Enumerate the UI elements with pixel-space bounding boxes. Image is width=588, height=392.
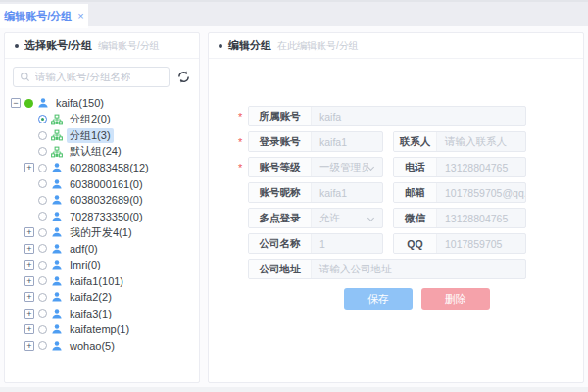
refresh-icon[interactable]	[176, 70, 191, 84]
tree-radio-button[interactable]	[38, 196, 47, 205]
select-field[interactable]: 账号等级一级管理员	[248, 157, 383, 177]
field-value[interactable]: kaifa	[312, 111, 525, 122]
required-asterisk: *	[238, 136, 248, 148]
input-field[interactable]: 微信13128804765	[393, 208, 526, 228]
tree-item[interactable]: +wohao(5)	[11, 338, 195, 355]
account-tree-panel: 选择账号/分组 编辑账号/分组 请输入账号/分组名称 −kaifa(150)分组…	[4, 32, 200, 383]
tree-item-label[interactable]: 分组1(3)	[67, 128, 114, 143]
expander-plus-icon[interactable]: +	[24, 227, 34, 237]
field-placeholder[interactable]: 请输入公司地址	[312, 263, 525, 276]
field-value[interactable]: 一级管理员	[312, 161, 368, 174]
tree-item-label[interactable]: Imri(0)	[67, 259, 104, 270]
tree-item-label[interactable]: 6028083458(12)	[67, 162, 152, 173]
expander-plus-icon[interactable]: +	[24, 260, 34, 270]
search-input[interactable]: 请输入账号/分组名称	[13, 67, 170, 87]
delete-button[interactable]: 删除	[421, 288, 490, 310]
input-field[interactable]: QQ1017859705	[393, 233, 526, 254]
tab-label: 编辑账号/分组	[4, 9, 72, 24]
tree-radio-button[interactable]	[38, 131, 47, 140]
tree-radio-button[interactable]	[38, 164, 47, 172]
field-value[interactable]: 1	[312, 238, 382, 250]
tree-radio-button[interactable]	[38, 309, 47, 318]
user-icon	[51, 226, 63, 238]
tree-item-label[interactable]: kaifa(150)	[53, 97, 107, 109]
tree-item-label[interactable]: wohao(5)	[67, 340, 118, 352]
field-value[interactable]: 允许	[312, 212, 368, 225]
tree-item-label[interactable]: 6038032689(0)	[67, 194, 146, 206]
tree-item-label[interactable]: kaifa2(2)	[67, 291, 115, 303]
input-field[interactable]: 登录账号kaifa1	[248, 131, 383, 152]
expander-plus-icon[interactable]: +	[24, 244, 34, 254]
expander-plus-icon[interactable]: +	[24, 309, 34, 318]
tab-bar: 编辑账号/分组 ×	[0, 0, 588, 26]
tree-item[interactable]: 7028733350(0)	[11, 209, 195, 225]
user-icon	[51, 308, 63, 319]
input-field[interactable]: 联系人请输入联系人	[393, 131, 526, 152]
tab-edit-account-group[interactable]: 编辑账号/分组 ×	[0, 4, 88, 28]
save-button[interactable]: 保存	[344, 288, 413, 310]
tree-item[interactable]: −kaifa(150)	[11, 95, 195, 112]
chevron-down-icon	[368, 164, 374, 171]
input-field[interactable]: 公司名称1	[248, 233, 383, 254]
tree-item[interactable]: 分组1(3)	[11, 127, 195, 144]
tree-item-label[interactable]: kaifa3(1)	[67, 308, 115, 319]
tree-item-label[interactable]: 默认组(24)	[67, 144, 124, 159]
expander-minus-icon[interactable]: −	[11, 98, 21, 108]
tree-radio-button[interactable]	[38, 244, 47, 253]
tree-radio-button[interactable]	[38, 293, 47, 302]
tree-radio-button[interactable]	[38, 228, 47, 237]
tree-item[interactable]: 分组2(0)	[11, 112, 195, 128]
tree-item[interactable]: +kaifa2(2)	[11, 289, 195, 306]
tree-radio-button[interactable]	[38, 325, 47, 334]
tree-item[interactable]: +kaifa1(101)	[11, 273, 195, 290]
tree-item[interactable]: +kaifatemp(1)	[11, 321, 195, 338]
field-label: 邮箱	[394, 183, 437, 202]
field-value[interactable]: 1017859705	[437, 238, 525, 250]
tree-item-label[interactable]: adf(0)	[67, 243, 101, 255]
field-value[interactable]: 1017859705@qq.com	[437, 187, 525, 199]
expander-plus-icon[interactable]: +	[24, 163, 34, 172]
field-value[interactable]: 13128804765	[437, 162, 525, 173]
input-field[interactable]: 账号昵称kaifa1	[248, 182, 383, 203]
tree-radio-button[interactable]	[38, 147, 47, 156]
field-value[interactable]: kaifa1	[312, 136, 382, 148]
edit-group-panel: 编辑分组 在此编辑账号/分组 *所属账号kaifa*登录账号kaifa1联系人请…	[208, 32, 584, 383]
field-value[interactable]: kaifa1	[312, 187, 382, 199]
tree-item-label[interactable]: 7028733350(0)	[67, 211, 146, 222]
tree-radio-button[interactable]	[38, 115, 47, 123]
right-panel-title: 编辑分组	[228, 38, 271, 53]
tab-close-icon[interactable]: ×	[77, 11, 83, 22]
field-value[interactable]: 13128804765	[437, 213, 525, 224]
input-field[interactable]: 邮箱1017859705@qq.com	[393, 182, 526, 203]
tree-radio-button[interactable]	[38, 179, 47, 188]
input-field[interactable]: 所属账号kaifa	[248, 106, 526, 126]
tree-item[interactable]: +adf(0)	[11, 241, 195, 258]
tree-item[interactable]: +我的开发4(1)	[11, 224, 195, 241]
tree-item-label[interactable]: kaifa1(101)	[67, 275, 126, 287]
tree-item[interactable]: +6028083458(12)	[11, 160, 195, 176]
tree-radio-button[interactable]	[38, 276, 47, 285]
tree-item-label[interactable]: 6038000161(0)	[67, 178, 146, 190]
tree-item[interactable]: +kaifa3(1)	[11, 306, 195, 322]
input-field[interactable]: 电话13128804765	[393, 157, 526, 177]
tree-item-label[interactable]: 分组2(0)	[67, 112, 114, 126]
tree-item-label[interactable]: kaifatemp(1)	[67, 323, 132, 335]
user-icon	[37, 97, 49, 109]
tree-item[interactable]: 6038000161(0)	[11, 176, 195, 193]
tree-radio-button[interactable]	[38, 261, 47, 270]
tree-item[interactable]: 6038032689(0)	[11, 192, 195, 209]
input-field[interactable]: 公司地址请输入公司地址	[248, 259, 526, 279]
expander-plus-icon[interactable]: +	[24, 276, 34, 286]
tree-radio-button[interactable]	[38, 212, 47, 220]
tree-radio-button[interactable]	[38, 341, 47, 350]
search-placeholder: 请输入账号/分组名称	[35, 71, 130, 84]
tree-item[interactable]: +Imri(0)	[11, 257, 195, 273]
expander-plus-icon[interactable]: +	[24, 324, 34, 334]
tree-item[interactable]: 默认组(24)	[11, 144, 195, 161]
select-field[interactable]: 多点登录允许	[248, 208, 383, 228]
expander-plus-icon[interactable]: +	[24, 341, 34, 351]
tree-item-label[interactable]: 我的开发4(1)	[67, 225, 135, 240]
expander-plus-icon[interactable]: +	[24, 292, 34, 302]
field-placeholder[interactable]: 请输入联系人	[437, 135, 525, 149]
form-rows: *所属账号kaifa*登录账号kaifa1联系人请输入联系人*账号等级一级管理员…	[238, 106, 532, 279]
